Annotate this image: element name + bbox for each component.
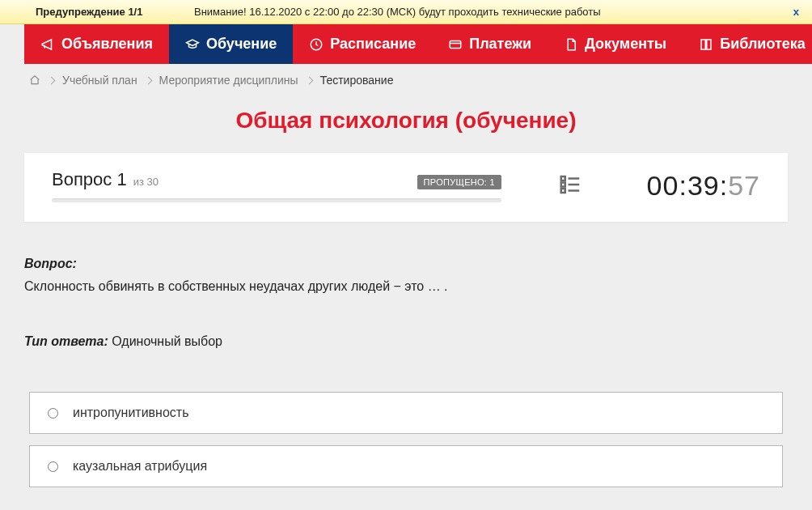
scroll-container[interactable]: Предупреждение 1/1 Внимание! 16.12.2020 … (0, 0, 812, 498)
nav-tab-label: Объявления (61, 36, 153, 53)
nav-tab-learning[interactable]: Обучение (169, 24, 293, 64)
document-icon (564, 37, 578, 52)
question-label: Вопрос: (24, 257, 77, 270)
chevron-right-icon (48, 76, 56, 84)
warning-text: Внимание! 16.12.2020 с 22:00 до 22:30 (М… (194, 6, 789, 18)
nav-tab-label: Расписание (330, 36, 416, 53)
page: Предупреждение 1/1 Внимание! 16.12.2020 … (0, 0, 812, 498)
chevron-right-icon (305, 76, 313, 84)
book-icon (699, 37, 713, 52)
progress-bar (52, 198, 501, 202)
warning-close-button[interactable]: x (789, 6, 804, 18)
nav-tab-library[interactable]: Библиотека (683, 24, 812, 64)
nav-tab-label: Платежи (469, 36, 531, 53)
answers-list: интропунитивность каузальная атрибуция (29, 392, 783, 487)
answer-option[interactable]: каузальная атрибуция (29, 445, 783, 487)
answer-option[interactable]: интропунитивность (29, 392, 783, 434)
question-text: Склонность обвинять в собственных неудач… (24, 277, 788, 296)
question-progress: Вопрос 1 из 30 ПРОПУЩЕНО: 1 (52, 169, 501, 202)
timer-hundredths: 57 (728, 170, 760, 201)
question-body: Вопрос: Склонность обвинять в собственны… (24, 254, 788, 351)
warning-bar: Предупреждение 1/1 Внимание! 16.12.2020 … (0, 0, 812, 24)
page-title: Общая психология (обучение) (0, 108, 812, 134)
answer-label: интропунитивность (73, 406, 189, 420)
viewport: Предупреждение 1/1 Внимание! 16.12.2020 … (0, 0, 812, 498)
question-number: Вопрос 1 (52, 169, 127, 190)
answer-label: каузальная атрибуция (73, 459, 207, 474)
skipped-badge: ПРОПУЩЕНО: 1 (417, 175, 501, 189)
clock-icon (309, 37, 324, 52)
graduation-cap-icon (185, 37, 200, 52)
timer-seconds: 39 (687, 170, 720, 201)
answer-radio[interactable] (48, 461, 58, 472)
chevron-right-icon (144, 76, 152, 84)
breadcrumb: Учебный план Мероприятие дисциплины Тест… (0, 64, 812, 93)
breadcrumb-item[interactable]: Учебный план (62, 74, 137, 87)
svg-rect-1 (450, 40, 461, 48)
timer-minutes: 00 (647, 170, 679, 201)
nav-tab-label: Библиотека (720, 36, 806, 53)
timer: 00:39:57 (631, 170, 760, 202)
test-status-card: Вопрос 1 из 30 ПРОПУЩЕНО: 1 00:39:57 (24, 153, 788, 222)
nav-tab-documents[interactable]: Документы (548, 24, 683, 64)
nav-tab-announcements[interactable]: Объявления (24, 24, 169, 64)
nav-tab-schedule[interactable]: Расписание (293, 24, 432, 64)
breadcrumb-item[interactable]: Мероприятие дисциплины (159, 74, 298, 87)
nav-tab-label: Обучение (206, 36, 277, 53)
warning-title: Предупреждение 1/1 (36, 6, 194, 18)
question-total: из 30 (133, 176, 159, 188)
breadcrumb-current: Тестирование (320, 74, 394, 87)
svg-rect-3 (561, 183, 565, 187)
card-icon (448, 37, 463, 52)
megaphone-icon (40, 37, 55, 52)
answer-radio[interactable] (48, 408, 58, 419)
main-nav: Объявления Обучение Расписание (24, 24, 788, 64)
home-icon[interactable] (29, 74, 40, 86)
svg-rect-4 (561, 189, 565, 193)
answer-type-label: Тип ответа: (24, 334, 108, 348)
nav-tab-payments[interactable]: Платежи (432, 24, 548, 64)
answer-type-value: Одиночный выбор (112, 334, 222, 348)
svg-rect-2 (561, 176, 565, 181)
nav-tab-label: Документы (585, 36, 666, 53)
question-list-icon[interactable] (558, 172, 582, 199)
